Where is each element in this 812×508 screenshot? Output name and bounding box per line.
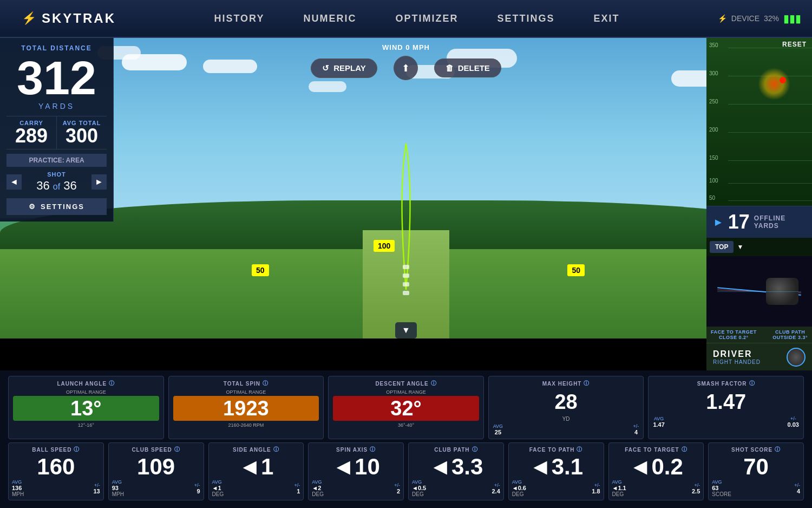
- logo-text: SKYTRAK: [42, 11, 116, 26]
- launch-angle-info-icon[interactable]: ⓘ: [109, 380, 115, 387]
- face-to-target-info-icon[interactable]: ⓘ: [682, 446, 687, 453]
- ball-speed-bottom: AVG 136 MPH +/- 13: [12, 479, 100, 497]
- total-distance-value: 312: [6, 54, 107, 102]
- driver-icon: [787, 348, 806, 367]
- offline-label: OFFLINE: [754, 214, 785, 222]
- gridline-50: [728, 200, 812, 201]
- descent-angle-value: 32°: [390, 397, 421, 420]
- max-height-info-icon[interactable]: ⓘ: [584, 380, 590, 387]
- shot-current: 36: [36, 179, 49, 192]
- club-speed-info-icon[interactable]: ⓘ: [174, 446, 180, 453]
- replay-button[interactable]: ↺ REPLAY: [311, 58, 377, 78]
- grid-200: 200: [709, 127, 718, 133]
- grid-100: 100: [709, 178, 718, 184]
- launch-angle-header: LAUNCH ANGLE ⓘ: [13, 380, 159, 387]
- face-to-target-pm: +/- 2.5: [692, 483, 700, 494]
- heatmap-area: RESET 350 300 250 200 150 100 50: [706, 38, 812, 206]
- face-to-target-stat-value: ◄0.2: [612, 455, 700, 478]
- total-spin-header: TOTAL SPIN ⓘ: [173, 380, 319, 387]
- yardage-50-left: 50: [252, 264, 269, 276]
- ball-speed-header: BALL SPEED ⓘ: [12, 446, 100, 453]
- offline-box: ► 17 OFFLINE YARDS: [706, 206, 812, 238]
- shot-prev-button[interactable]: ◄: [6, 174, 22, 190]
- nav-settings[interactable]: SETTINGS: [488, 9, 563, 29]
- right-panel: RESET 350 300 250 200 150 100 50 ► 17 OF…: [706, 38, 812, 371]
- shot-score-bottom: AVG 63 SCORE +/- 4: [712, 479, 800, 497]
- spin-axis-info-icon[interactable]: ⓘ: [370, 446, 376, 453]
- carry-value: 289: [10, 126, 53, 146]
- max-height-avg-row: AVG 25 +/- 4: [493, 424, 639, 435]
- shot-next-button[interactable]: ►: [91, 174, 107, 190]
- total-spin-info-icon[interactable]: ⓘ: [263, 380, 269, 387]
- device-info: ⚡ DEVICE 32% ▮▮▮: [718, 12, 801, 25]
- launch-angle-value: 13°: [70, 397, 101, 420]
- top-view-label: TOP: [710, 241, 734, 253]
- ball-speed-pm: +/- 13: [94, 483, 100, 494]
- gridline-250: [728, 104, 812, 105]
- side-angle-info-icon[interactable]: ⓘ: [273, 446, 279, 453]
- offline-labels: OFFLINE YARDS: [754, 214, 785, 230]
- club-path-header: CLUB PATH ⓘ: [412, 446, 500, 453]
- delete-button[interactable]: 🗑 DELETE: [434, 58, 501, 77]
- device-label: DEVICE: [731, 14, 759, 23]
- chevron-down-button[interactable]: ▼: [395, 322, 417, 338]
- offline-unit: YARDS: [754, 222, 785, 230]
- compass-button[interactable]: ⬆: [394, 56, 418, 80]
- total-spin-value-box: 1923: [173, 396, 319, 421]
- nav-history[interactable]: HISTORY: [205, 9, 273, 29]
- club-path-bottom: AVG ◄0.5 DEG +/- 2.4: [412, 479, 500, 497]
- smash-factor-info-icon[interactable]: ⓘ: [749, 380, 755, 387]
- face-to-path-info-icon[interactable]: ⓘ: [577, 446, 582, 453]
- nav-optimizer[interactable]: OPTIMIZER: [387, 9, 467, 29]
- spin-axis-avg: AVG ◄2 DEG: [312, 479, 324, 497]
- top-view-dropdown[interactable]: ▼: [737, 243, 743, 251]
- driver-sub: RIGHT HANDED: [713, 359, 761, 365]
- spin-axis-value: ◄10: [312, 455, 400, 478]
- side-angle-header: SIDE ANGLE ⓘ: [212, 446, 300, 453]
- yardage-50-right: 50: [567, 264, 585, 276]
- launch-angle-box: LAUNCH ANGLE ⓘ OPTIMAL RANGE 13° 12°-16°: [8, 376, 164, 439]
- side-angle-value: ◄1: [212, 455, 300, 478]
- topbar: ⚡ SKYTRAK HISTORY NUMERIC OPTIMIZER SETT…: [0, 0, 812, 38]
- reset-button[interactable]: RESET: [782, 41, 807, 48]
- face-to-path-box: FACE TO PATH ⓘ ◄3.1 AVG ◄0.6 DEG +/- 1.8: [508, 442, 604, 500]
- club-path-info-icon[interactable]: ⓘ: [472, 446, 478, 453]
- descent-angle-optimal-range: 36°-40°: [333, 422, 479, 428]
- avg-total-value: 300: [60, 126, 103, 146]
- shot-score-info-icon[interactable]: ⓘ: [775, 446, 781, 453]
- launch-angle-optimal-label: OPTIMAL RANGE: [13, 389, 159, 395]
- side-angle-pm: +/- 1: [294, 483, 300, 494]
- heatmap-hotspot: [758, 68, 790, 100]
- face-to-path-value: ◄3.1: [512, 455, 600, 478]
- max-height-value-box: 28: [493, 389, 639, 414]
- smash-factor-avg-row: AVG 1.47 +/- 0.03: [653, 416, 799, 428]
- wind-label: WIND 0 MPH: [382, 43, 430, 51]
- club-path-value: ◄3.3: [412, 455, 500, 478]
- ball-speed-value: 160: [12, 455, 100, 478]
- descent-angle-info-icon[interactable]: ⓘ: [431, 380, 437, 387]
- club-speed-value: 109: [112, 455, 200, 478]
- spin-axis-pm: +/- 2: [394, 483, 400, 494]
- ground-stripe: [403, 265, 409, 295]
- face-data-row: FACE TO TARGET CLOSE 0.2° CLUB PATH OUTS…: [706, 327, 812, 343]
- gridline-200: [728, 132, 812, 133]
- nav-exit[interactable]: EXIT: [585, 9, 628, 29]
- club-path-item: CLUB PATH OUTSIDE 3.3°: [772, 329, 808, 340]
- club-speed-box: CLUB SPEED ⓘ 109 AVG 93 MPH +/- 9: [108, 442, 204, 500]
- gear-icon: ⚙: [29, 203, 36, 211]
- settings-button[interactable]: ⚙ SETTINGS: [6, 198, 107, 215]
- offline-arrow-icon: ►: [713, 216, 724, 229]
- face-to-path-avg: AVG ◄0.6 DEG: [512, 479, 526, 497]
- ball-speed-info-icon[interactable]: ⓘ: [74, 446, 80, 453]
- bottom-panel: LAUNCH ANGLE ⓘ OPTIMAL RANGE 13° 12°-16°…: [0, 370, 812, 508]
- nav-numeric[interactable]: NUMERIC: [294, 9, 365, 29]
- side-angle-bottom: AVG ◄1 DEG +/- 1: [212, 479, 300, 497]
- shot-nav: ◄ SHOT 36 of 36 ►: [6, 171, 107, 193]
- descent-angle-optimal-label: OPTIMAL RANGE: [333, 389, 479, 395]
- max-height-pm-group: +/- 4: [633, 424, 639, 435]
- device-percent: 32%: [764, 14, 779, 23]
- spin-axis-bottom: AVG ◄2 DEG +/- 2: [312, 479, 400, 497]
- spin-axis-box: SPIN AXIS ⓘ ◄10 AVG ◄2 DEG +/- 2: [308, 442, 404, 500]
- max-height-avg-group: AVG 25: [493, 424, 503, 435]
- club-speed-pm: +/- 9: [194, 483, 200, 494]
